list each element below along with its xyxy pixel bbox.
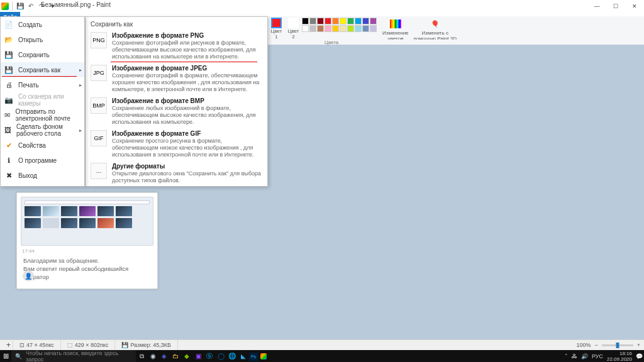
search-placeholder: Чтобы начать поиск, введите здесь запрос [26, 350, 132, 363]
status-selection-size: ⬚429 × 802пкс [61, 340, 116, 350]
tray-notifications-icon[interactable]: 💬 [636, 353, 643, 359]
taskbar-app-spotify[interactable]: ◯ [215, 350, 226, 362]
menu-item-icon: 📷 [4, 96, 13, 104]
tray-network-icon[interactable]: 🖧 [572, 353, 577, 359]
taskbar-app-chrome[interactable]: 🌐 [226, 350, 238, 362]
palette-swatch[interactable] [309, 25, 316, 32]
zoom-slider[interactable] [602, 344, 633, 346]
color-palette [302, 18, 377, 32]
paint3d-button[interactable]: 🎈 Изменить с помощью Paint 3D [414, 18, 457, 41]
format-title: Другие форматы [112, 163, 262, 170]
saveas-option[interactable]: JPGИзображение в формате JPEGСохранение … [86, 63, 267, 96]
format-title: Изображение в формате BMP [112, 97, 262, 104]
color-2[interactable] [288, 18, 299, 28]
palette-swatch[interactable] [355, 18, 362, 25]
taskbar-search[interactable]: 🔍 Чтобы начать поиск, введите здесь запр… [11, 350, 136, 362]
format-desc: Сохранение любых изображений в формате, … [112, 105, 262, 126]
color-1[interactable] [271, 18, 282, 28]
tray-language[interactable]: РУС [592, 353, 603, 359]
edit-colors-button[interactable]: Изменение цветов [382, 18, 409, 41]
status-bar: + ⊡47 × 45пкс ⬚429 × 802пкс 💾Размер: 45,… [0, 339, 644, 350]
palette-swatch[interactable] [332, 25, 339, 32]
zoom-out-button[interactable]: − [594, 342, 597, 348]
menu-item-label: О программе [18, 157, 57, 164]
taskbar-app-nvidia[interactable]: ◆ [181, 350, 192, 362]
file-menu-item[interactable]: 💾Сохранить как▸ [1, 62, 84, 77]
file-menu-item: 📷Со сканера или камеры [1, 92, 84, 107]
saveas-option[interactable]: BMPИзображение в формате BMPСохранение л… [86, 96, 267, 128]
taskbar-app-discord[interactable]: ◈ [158, 350, 170, 362]
format-title: Изображение в формате PNG [112, 32, 262, 39]
minimize-button[interactable]: — [587, 0, 606, 12]
format-icon: BMP [91, 97, 107, 114]
start-button[interactable]: ⊞ [0, 350, 11, 362]
taskbar-app-photoshop[interactable]: Ps [249, 353, 258, 361]
menu-item-label: Создать [18, 21, 42, 28]
palette-swatch[interactable] [362, 18, 369, 25]
qat-save[interactable]: 💾 [16, 2, 25, 11]
tray-volume-icon[interactable]: 🔊 [581, 353, 588, 359]
format-desc: Сохранение фотографий или рисунков в фор… [112, 40, 262, 60]
file-menu: 📄Создать📂Открыть💾Сохранить💾Сохранить как… [0, 16, 85, 187]
palette-swatch[interactable] [355, 25, 362, 32]
palette-swatch[interactable] [302, 25, 309, 32]
palette-swatch[interactable] [325, 25, 331, 32]
menu-item-label: Открыть [18, 36, 43, 43]
status-coords-icon: + [0, 340, 13, 350]
palette-swatch[interactable] [325, 18, 331, 25]
taskbar-app-skype[interactable]: Ⓢ [204, 350, 215, 362]
file-menu-item[interactable]: ℹО программе [1, 153, 84, 168]
file-menu-item[interactable]: 💾Сохранить [1, 47, 84, 62]
menu-item-label: Сделать фоном рабочего стола [16, 123, 80, 137]
palette-swatch[interactable] [347, 18, 354, 25]
chat-timestamp: 17:44 [22, 248, 153, 254]
saveas-option[interactable]: …Другие форматыОткрытие диалогового окна… [86, 161, 267, 187]
file-menu-item[interactable]: 📄Создать [1, 17, 84, 32]
file-menu-item[interactable]: ✖Выход [1, 168, 84, 183]
format-desc: Сохранение простого рисунка в формате, о… [112, 138, 262, 158]
taskbar-app-twitch[interactable]: ▣ [192, 350, 204, 362]
submenu-arrow-icon: ▸ [79, 128, 82, 133]
palette-swatch[interactable] [370, 25, 377, 32]
close-button[interactable]: ✕ [625, 0, 644, 12]
task-view-icon[interactable]: ⧉ [136, 350, 147, 362]
maximize-button[interactable]: ☐ [606, 0, 625, 12]
palette-swatch[interactable] [362, 25, 369, 32]
palette-swatch[interactable] [340, 25, 347, 32]
saveas-option[interactable]: GIFИзображение в формате GIFСохранение п… [86, 128, 267, 161]
menu-item-icon: 🖨 [4, 80, 13, 89]
format-icon: PNG [91, 32, 107, 48]
tray-chevron-icon[interactable]: ˄ [565, 353, 568, 359]
file-menu-item[interactable]: 📂Открыть [1, 32, 84, 47]
title-bar: 💾 ↶ ↷ ▾ Безымянный.png - Paint — ☐ ✕ [0, 0, 644, 12]
zoom-in-button[interactable]: + [637, 342, 640, 348]
taskbar-app-paint[interactable] [258, 350, 269, 362]
taskbar-app-steam[interactable]: ◉ [147, 350, 158, 362]
palette-swatch[interactable] [340, 18, 347, 25]
palette-swatch[interactable] [347, 25, 354, 32]
file-menu-item[interactable]: ✔Свойства [1, 138, 84, 153]
status-file-size: 💾Размер: 45,3КБ [115, 340, 178, 350]
color1-label: Цвет 1 [271, 28, 282, 40]
tray-clock[interactable]: 18:1622.09.2020 [607, 351, 632, 362]
menu-item-icon: 📂 [4, 35, 13, 44]
file-menu-item[interactable]: 🖨Печать▸ [1, 77, 84, 92]
taskbar-app-telegram[interactable]: ◣ [238, 350, 249, 362]
taskbar-app-explorer[interactable]: 🗀 [170, 350, 181, 362]
menu-item-icon: 💾 [4, 50, 13, 59]
file-menu-item[interactable]: 🖼Сделать фоном рабочего стола▸ [1, 123, 84, 138]
format-icon: … [91, 163, 107, 179]
palette-swatch[interactable] [317, 25, 324, 32]
chat-screenshot-thumb[interactable] [21, 197, 153, 246]
format-title: Изображение в формате JPEG [112, 65, 262, 72]
menu-item-icon: 💾 [4, 65, 13, 74]
palette-swatch[interactable] [370, 18, 377, 25]
file-menu-item[interactable]: ✉Отправить по электронной почте [1, 107, 84, 123]
palette-swatch[interactable] [309, 18, 316, 25]
qat-undo[interactable]: ↶ [26, 2, 35, 11]
saveas-option[interactable]: PNGИзображение в формате PNGСохранение ф… [86, 30, 267, 63]
palette-swatch[interactable] [302, 18, 309, 25]
palette-swatch[interactable] [317, 18, 324, 25]
palette-swatch[interactable] [332, 18, 339, 25]
format-icon: GIF [91, 130, 107, 146]
